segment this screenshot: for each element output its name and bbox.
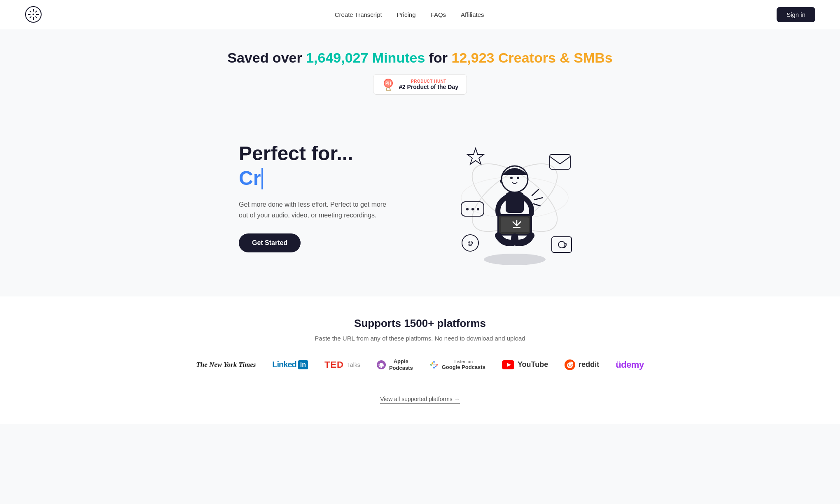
svg-point-57 — [568, 364, 569, 366]
ted-logo-text: TED — [324, 359, 344, 370]
platforms-title: Supports 1500+ platforms — [8, 317, 832, 330]
svg-point-1 — [33, 14, 34, 15]
udemy-text: üdemy — [616, 359, 644, 370]
svg-line-41 — [534, 204, 540, 206]
illustration-svg: @ — [428, 115, 601, 280]
svg-point-46 — [433, 367, 435, 369]
typing-text-value: Cr — [239, 168, 261, 189]
svg-rect-25 — [501, 217, 529, 232]
svg-point-58 — [571, 364, 572, 366]
svg-rect-36 — [552, 237, 572, 252]
sign-in-button[interactable]: Sign in — [777, 7, 815, 22]
nav-create-transcript[interactable]: Create Transcript — [335, 11, 382, 18]
youtube-icon — [502, 360, 514, 369]
platform-linkedin: Linked in — [272, 360, 308, 369]
product-hunt-medal-icon: PH — [382, 78, 395, 91]
platform-nyt: The New York Times — [196, 361, 256, 369]
platform-apple-podcasts: ApplePodcasts — [377, 358, 413, 371]
minutes-number: 1,649,027 — [306, 50, 368, 65]
youtube-text: YouTube — [518, 360, 548, 369]
nav-faqs[interactable]: FAQs — [431, 11, 446, 18]
linkedin-in-badge: in — [298, 360, 308, 369]
logo[interactable] — [25, 6, 42, 23]
product-hunt-text: PRODUCT HUNT #2 Product of the Day — [399, 79, 458, 90]
platforms-section: Supports 1500+ platforms Paste the URL f… — [0, 296, 840, 424]
apple-podcasts-icon — [377, 360, 386, 369]
platform-reddit: reddit — [565, 359, 599, 370]
platform-logos-list: The New York Times Linked in TED Talks A… — [8, 358, 832, 371]
svg-point-49 — [432, 362, 433, 364]
apple-podcasts-text: ApplePodcasts — [389, 358, 413, 371]
reddit-icon — [565, 359, 575, 370]
svg-line-14 — [390, 87, 390, 90]
svg-point-28 — [484, 254, 546, 265]
svg-line-9 — [30, 16, 31, 18]
svg-point-31 — [466, 208, 469, 210]
view-all-platforms-link[interactable]: View all supported platforms → — [380, 396, 460, 404]
nav-pricing[interactable]: Pricing — [397, 11, 416, 18]
typing-cursor — [261, 168, 263, 189]
svg-text:@: @ — [467, 240, 473, 246]
logo-icon — [25, 6, 42, 23]
perfect-for-title: Perfect for... — [239, 143, 395, 165]
svg-point-37 — [558, 241, 565, 248]
svg-rect-22 — [506, 192, 524, 213]
svg-point-20 — [510, 177, 513, 179]
product-hunt-label-big: #2 Product of the Day — [399, 84, 458, 90]
nav-links: Create Transcript Pricing FAQs Affiliate… — [335, 11, 484, 18]
linkedin-logo-text: Linked — [272, 360, 296, 369]
svg-line-60 — [572, 362, 572, 364]
product-hunt-label-small: PRODUCT HUNT — [399, 79, 458, 84]
nyt-logo-text: The New York Times — [196, 361, 256, 369]
left-content: Perfect for... Cr Get more done with les… — [239, 143, 395, 253]
svg-line-6 — [30, 11, 31, 12]
svg-point-33 — [477, 208, 479, 210]
svg-line-39 — [532, 189, 539, 196]
platform-google-podcasts: Listen onGoogle Podcasts — [429, 359, 485, 370]
reddit-text: reddit — [579, 360, 599, 369]
nav-affiliates[interactable]: Affiliates — [461, 11, 484, 18]
main-description: Get more done with less effort. Perfect … — [239, 199, 395, 220]
svg-line-7 — [35, 16, 37, 18]
headline-prefix: Saved over — [227, 50, 306, 65]
svg-line-40 — [534, 198, 543, 200]
creators-number: 12,923 — [452, 50, 495, 65]
svg-point-45 — [433, 361, 435, 363]
platform-udemy: üdemy — [616, 359, 644, 370]
hero-headline: Saved over 1,649,027 Minutes for 12,923 … — [8, 50, 832, 66]
main-content-section: Perfect for... Cr Get more done with les… — [173, 107, 667, 296]
platforms-subtitle: Paste the URL from any of these platform… — [8, 335, 832, 342]
product-hunt-badge[interactable]: PH PRODUCT HUNT #2 Product of the Day — [373, 74, 467, 95]
get-started-button[interactable]: Get Started — [239, 233, 301, 252]
svg-point-21 — [517, 177, 519, 179]
svg-line-8 — [35, 11, 37, 12]
svg-line-13 — [386, 87, 387, 90]
svg-text:PH: PH — [385, 81, 391, 86]
platform-ted: TED Talks — [324, 359, 360, 370]
svg-point-32 — [471, 208, 474, 210]
creators-label: Creators & SMBs — [495, 50, 613, 65]
typing-text-container: Cr — [239, 168, 395, 189]
svg-point-50 — [435, 366, 436, 367]
hero-illustration: @ — [428, 115, 601, 280]
ted-talks-text: Talks — [347, 362, 360, 368]
minutes-label: Minutes — [368, 50, 425, 65]
google-podcasts-icon — [429, 360, 439, 369]
middle-text: for — [425, 50, 451, 65]
hero-section: Saved over 1,649,027 Minutes for 12,923 … — [0, 29, 840, 107]
google-podcasts-text: Listen onGoogle Podcasts — [442, 359, 485, 370]
navbar: Create Transcript Pricing FAQs Affiliate… — [0, 0, 840, 29]
platform-youtube: YouTube — [502, 360, 548, 369]
